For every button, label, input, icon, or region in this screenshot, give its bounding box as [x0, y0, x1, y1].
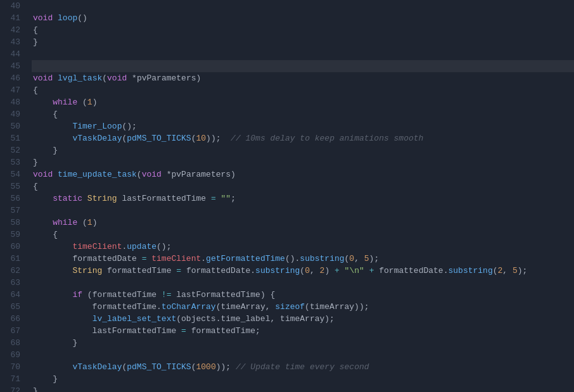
- token-op: =: [176, 266, 181, 275]
- token-str: "": [221, 194, 231, 203]
- code-line: {: [32, 229, 574, 241]
- line-number: 49: [0, 108, 20, 120]
- code-line: [32, 349, 574, 361]
- code-line: }: [32, 373, 574, 385]
- token-plain: formattedDate.: [181, 266, 255, 275]
- token-plain: lastFormattedTime: [33, 326, 181, 336]
- token-str: "\n": [345, 266, 364, 275]
- line-number: 70: [0, 361, 20, 373]
- token-plain: [33, 230, 53, 239]
- line-number: 57: [0, 205, 20, 217]
- code-line: if (formattedTime != lastFormattedTime) …: [32, 289, 574, 301]
- token-num: 1: [87, 218, 92, 227]
- token-punc: (: [493, 266, 498, 275]
- code-line: static String lastFormattedTime = "";: [32, 193, 574, 205]
- line-number: 65: [0, 301, 20, 313]
- token-punc: {: [53, 110, 58, 119]
- token-punc: ,: [354, 254, 364, 263]
- code-editor: 4041424344454647484950515253545556575859…: [0, 0, 574, 392]
- token-punc: (timeArray));: [305, 302, 369, 312]
- token-fn: sizeof: [275, 302, 305, 312]
- token-kw: void: [107, 73, 127, 83]
- token-punc: }: [33, 158, 38, 167]
- line-number: 40: [0, 0, 20, 12]
- token-plain: [33, 314, 92, 324]
- token-plain: [221, 134, 231, 143]
- token-plain: [33, 362, 72, 372]
- token-plain: [33, 338, 72, 348]
- token-fn: substring: [300, 254, 344, 263]
- line-number: 43: [0, 36, 20, 48]
- code-line: [32, 277, 574, 289]
- token-plain: [33, 194, 53, 203]
- token-punc: {: [33, 25, 38, 35]
- code-line: vTaskDelay(pdMS_TO_TICKS(1000)); // Upda…: [32, 361, 574, 373]
- code-line: void lvgl_task(void *pvParameters): [32, 72, 574, 84]
- token-plain: [33, 146, 53, 155]
- code-line: Timer_Loop();: [32, 120, 574, 132]
- token-fn: getFormattedTime: [206, 254, 285, 263]
- code-line: }: [32, 36, 574, 48]
- code-line: [32, 0, 574, 12]
- token-kw: while: [53, 218, 77, 227]
- line-number: 47: [0, 84, 20, 96]
- token-fn: vTaskDelay: [72, 362, 122, 372]
- token-plain: formattedDate: [72, 254, 141, 263]
- line-number: 45: [0, 60, 20, 72]
- token-op: =: [181, 326, 186, 336]
- code-line: }: [32, 144, 574, 156]
- line-number: 46: [0, 72, 20, 84]
- token-plain: formattedTime.: [33, 302, 162, 312]
- token-punc: .: [201, 254, 206, 263]
- code-line: }: [32, 156, 574, 168]
- code-line: }: [32, 337, 574, 349]
- line-number: 72: [0, 385, 20, 392]
- code-line: {: [32, 180, 574, 193]
- token-var: timeClient: [151, 254, 201, 263]
- line-number: 50: [0, 120, 20, 132]
- token-plain: [33, 290, 72, 300]
- line-number: 53: [0, 156, 20, 168]
- token-plain: [364, 266, 369, 275]
- token-fn: lv_label_set_text: [92, 314, 177, 324]
- token-punc: ): [324, 266, 335, 275]
- line-number: 68: [0, 337, 20, 349]
- token-punc: }: [53, 374, 58, 384]
- code-line: [32, 60, 574, 72]
- token-plain: formattedDate.: [374, 266, 448, 275]
- token-punc: (timeArray,: [216, 302, 276, 312]
- token-fn: time_update_task: [58, 170, 137, 179]
- token-plain: (formattedTime: [82, 290, 162, 300]
- token-punc: ): [196, 73, 201, 83]
- token-kw: void: [33, 73, 53, 83]
- code-content[interactable]: void loop(){}void lvgl_task(void *pvPara…: [27, 0, 574, 392]
- code-line: }: [32, 385, 574, 392]
- token-op: =: [211, 194, 216, 203]
- token-punc: ): [231, 170, 236, 179]
- token-plain: lastFormattedTime): [171, 290, 270, 300]
- token-plain: [53, 73, 58, 83]
- token-plain: ): [92, 98, 98, 107]
- token-punc: ));: [206, 134, 220, 143]
- line-number: 60: [0, 241, 20, 253]
- token-kw: void: [33, 13, 53, 23]
- token-punc: (: [137, 170, 142, 179]
- token-comment: // Update time every second: [236, 362, 369, 372]
- line-number: 61: [0, 253, 20, 265]
- code-line: while (1): [32, 96, 574, 108]
- code-line: void loop(): [32, 12, 574, 24]
- token-fn: Timer_Loop: [72, 122, 122, 131]
- token-plain: [33, 242, 72, 251]
- token-plain: [33, 254, 72, 263]
- line-number: 52: [0, 144, 20, 156]
- token-plain: [33, 134, 72, 143]
- line-number: 48: [0, 96, 20, 108]
- token-punc: );: [518, 266, 528, 275]
- token-plain: ): [92, 218, 98, 227]
- code-line: {: [32, 24, 574, 36]
- token-plain: (: [77, 218, 87, 227]
- line-number: 71: [0, 373, 20, 385]
- line-number: 41: [0, 12, 20, 24]
- code-line: {: [32, 108, 574, 120]
- line-number: 64: [0, 289, 20, 301]
